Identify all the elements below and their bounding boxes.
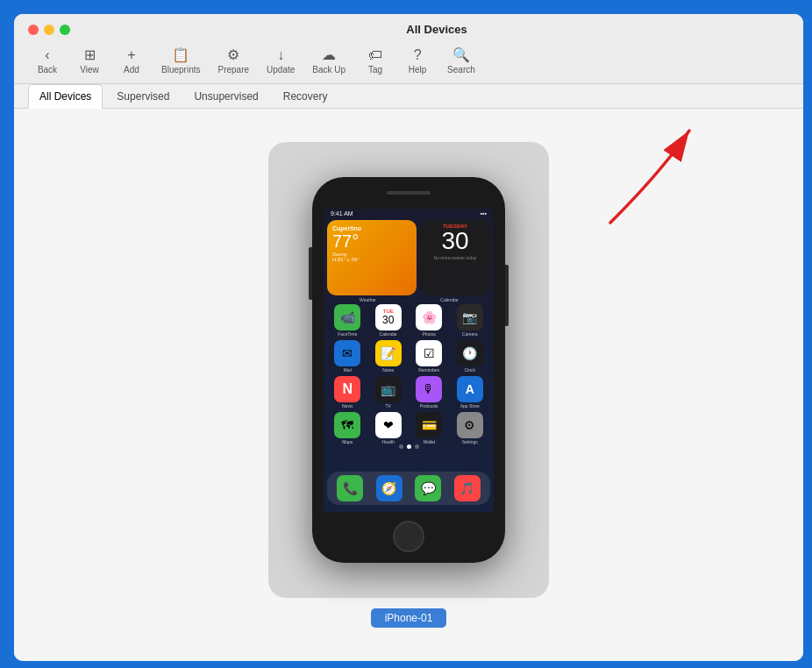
- calendar-note: No more events today: [434, 255, 477, 260]
- app-wallet[interactable]: 💳 Wallet: [410, 412, 448, 444]
- app-grid-row2: ✉ Mail 📝 Notes ☑ Reminders: [324, 340, 494, 373]
- toolbar-search[interactable]: 🔍 Search: [440, 45, 482, 76]
- app-maps[interactable]: 🗺 Maps: [329, 412, 367, 444]
- app-clock[interactable]: 🕐 Clock: [452, 340, 489, 373]
- update-label: Update: [267, 65, 295, 75]
- app-mail[interactable]: ✉ Mail: [329, 340, 367, 373]
- iphone-side-button-left: [309, 247, 312, 300]
- tab-recovery[interactable]: Recovery: [273, 85, 338, 108]
- toolbar-back[interactable]: ‹ Back: [28, 46, 67, 76]
- toolbar-view[interactable]: ⊞ View: [70, 45, 109, 76]
- settings-label: Settings: [462, 439, 478, 444]
- weather-widget-label: Weather: [327, 297, 409, 302]
- app-podcasts[interactable]: 🎙 Podcasts: [410, 376, 448, 409]
- annotation-arrow: [523, 117, 698, 231]
- dock-phone[interactable]: 📞: [337, 475, 363, 501]
- notes-icon: 📝: [375, 340, 402, 366]
- tab-unsupervised[interactable]: Unsupervised: [183, 85, 268, 108]
- app-grid-row3: N News 📺 TV 🎙 Podcasts: [324, 376, 494, 409]
- prepare-icon: ⚙: [227, 46, 239, 63]
- tv-label: TV: [386, 403, 391, 409]
- calendar-widget: TUESDAY 30 No more events today: [420, 220, 490, 295]
- weather-widget: Cupertino 77° Sunny H:81° L:59°: [327, 220, 417, 295]
- toolbar-prepare[interactable]: ⚙ Prepare: [210, 45, 256, 76]
- app-settings[interactable]: ⚙ Settings: [452, 412, 489, 444]
- maps-icon: 🗺: [334, 412, 360, 438]
- news-icon: N: [334, 376, 360, 402]
- toolbar-update[interactable]: ↓ Update: [260, 46, 302, 76]
- back-icon: ‹: [45, 47, 49, 63]
- help-label: Help: [409, 65, 427, 75]
- health-icon: ❤: [375, 412, 402, 438]
- photos-label: Photos: [422, 331, 436, 337]
- prepare-label: Prepare: [217, 65, 249, 75]
- podcasts-label: Podcasts: [420, 403, 438, 409]
- appstore-label: App Store: [460, 403, 480, 409]
- close-button[interactable]: [28, 25, 39, 35]
- widget-labels: Weather Calendar: [324, 297, 494, 302]
- window-controls: [28, 25, 70, 35]
- toolbar-backup[interactable]: ☁ Back Up: [305, 45, 353, 76]
- app-grid-row4: 🗺 Maps ❤ Health 💳 Wallet: [324, 412, 494, 444]
- weather-condition: Sunny H:81° L:59°: [332, 252, 411, 262]
- app-tv[interactable]: 📺 TV: [370, 376, 408, 409]
- iphone-home-button[interactable]: [393, 521, 424, 552]
- calendar-label: Calendar: [380, 331, 397, 337]
- facetime-label: FaceTime: [338, 331, 357, 337]
- page-dot-3: [415, 444, 419, 449]
- status-icons: ▪▪▪: [481, 210, 487, 217]
- dock-music[interactable]: 🎵: [454, 475, 481, 501]
- app-calendar[interactable]: TUE30 Calendar: [370, 304, 408, 337]
- blueprints-icon: 📋: [172, 46, 189, 63]
- app-camera[interactable]: 📷 Camera: [452, 304, 489, 337]
- settings-icon: ⚙: [457, 412, 483, 438]
- tab-all-devices[interactable]: All Devices: [28, 84, 103, 109]
- app-grid-row1: 📹 FaceTime TUE30 Calendar 🌸 Photos: [324, 304, 494, 337]
- maximize-button[interactable]: [60, 25, 70, 35]
- toolbar-help[interactable]: ? Help: [398, 46, 437, 76]
- app-health[interactable]: ❤ Health: [370, 412, 408, 444]
- tab-supervised[interactable]: Supervised: [106, 85, 180, 108]
- mail-icon: ✉: [334, 340, 360, 366]
- clock-icon: 🕐: [457, 340, 483, 366]
- app-notes[interactable]: 📝 Notes: [370, 340, 408, 373]
- mail-label: Mail: [344, 367, 352, 373]
- toolbar-blueprints[interactable]: 📋 Blueprints: [154, 45, 207, 76]
- add-label: Add: [124, 65, 139, 75]
- dock-messages[interactable]: 💬: [415, 475, 441, 501]
- maps-label: Maps: [342, 439, 353, 444]
- app-appstore[interactable]: A App Store: [452, 376, 489, 409]
- tabs-bar: All Devices Supervised Unsupervised Reco…: [14, 84, 803, 109]
- app-reminders[interactable]: ☑ Reminders: [410, 340, 448, 373]
- minimize-button[interactable]: [44, 25, 54, 35]
- iphone-side-button-right: [505, 265, 509, 326]
- calendar-date: 30: [441, 229, 468, 253]
- news-label: News: [342, 403, 353, 409]
- page-dot-1: [399, 444, 403, 449]
- update-icon: ↓: [277, 47, 284, 63]
- dock: 📞 🧭 💬 🎵: [327, 472, 490, 505]
- podcasts-icon: 🎙: [416, 376, 442, 402]
- app-news[interactable]: N News: [329, 376, 367, 409]
- toolbar-tag[interactable]: 🏷 Tag: [356, 46, 395, 76]
- app-facetime[interactable]: 📹 FaceTime: [329, 304, 367, 337]
- dock-safari[interactable]: 🧭: [376, 475, 402, 501]
- toolbar-add[interactable]: + Add: [112, 46, 151, 76]
- camera-label: Camera: [462, 331, 478, 337]
- app-photos[interactable]: 🌸 Photos: [410, 304, 448, 337]
- device-frame-container: 9:41 AM ▪▪▪ Cupertino 77° Sunny: [268, 142, 549, 598]
- backup-icon: ☁: [322, 46, 336, 63]
- reminders-icon: ☑: [416, 340, 442, 366]
- title-bar: All Devices ‹ Back ⊞ View + Add 📋 Bluepr…: [14, 14, 803, 84]
- notes-label: Notes: [382, 367, 394, 373]
- window-title: All Devices: [84, 23, 789, 36]
- backup-label: Back Up: [312, 65, 345, 75]
- device-card: 9:41 AM ▪▪▪ Cupertino 77° Sunny: [268, 142, 549, 628]
- iphone-frame: 9:41 AM ▪▪▪ Cupertino 77° Sunny: [312, 177, 505, 563]
- widgets-row: Cupertino 77° Sunny H:81° L:59° TUESDAY: [324, 218, 494, 297]
- search-icon: 🔍: [452, 46, 470, 63]
- wallet-icon: 💳: [416, 412, 442, 438]
- weather-temp: 77°: [332, 231, 411, 252]
- iphone-screen: 9:41 AM ▪▪▪ Cupertino 77° Sunny: [324, 209, 494, 512]
- help-icon: ?: [414, 47, 422, 63]
